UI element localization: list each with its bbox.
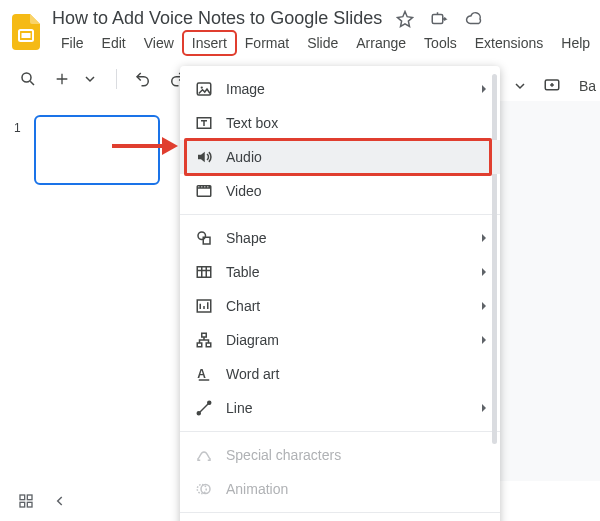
search-icon[interactable] <box>16 67 40 91</box>
svg-rect-11 <box>197 267 211 278</box>
grid-view-icon[interactable] <box>16 491 36 511</box>
menu-item-label: Animation <box>226 481 488 497</box>
new-slide-caret-icon[interactable] <box>78 67 102 91</box>
svg-point-3 <box>22 73 31 82</box>
image-icon <box>194 79 214 99</box>
svg-rect-14 <box>197 343 202 347</box>
menu-item-label: Text box <box>226 115 488 131</box>
line-icon <box>194 398 214 418</box>
menu-item-label: Image <box>226 81 468 97</box>
submenu-arrow-icon <box>480 335 488 345</box>
wordart-icon: A <box>194 364 214 384</box>
svg-rect-25 <box>27 502 32 507</box>
menu-item-video[interactable]: Video <box>180 174 500 208</box>
submenu-arrow-icon <box>480 84 488 94</box>
menu-item-table[interactable]: Table <box>180 255 500 289</box>
move-icon[interactable] <box>430 10 448 28</box>
svg-point-18 <box>208 401 211 404</box>
menu-item-label: Audio <box>226 149 488 165</box>
menu-tools[interactable]: Tools <box>415 31 466 55</box>
menu-separator <box>180 431 500 432</box>
shape-icon <box>194 228 214 248</box>
menu-item-image[interactable]: Image <box>180 72 500 106</box>
svg-rect-24 <box>20 502 25 507</box>
svg-rect-2 <box>432 14 443 23</box>
undo-button[interactable] <box>131 67 155 91</box>
svg-point-17 <box>197 412 200 415</box>
menu-edit[interactable]: Edit <box>93 31 135 55</box>
menu-item-label: Diagram <box>226 332 468 348</box>
audio-icon <box>194 147 214 167</box>
menu-slide[interactable]: Slide <box>298 31 347 55</box>
menu-item-label: Chart <box>226 298 468 314</box>
menu-arrange[interactable]: Arrange <box>347 31 415 55</box>
document-title[interactable]: How to Add Voice Notes to Google Slides <box>52 8 382 29</box>
submenu-arrow-icon <box>480 267 488 277</box>
menubar: File Edit View Insert Format Slide Arran… <box>52 31 599 55</box>
menu-item-diagram[interactable]: Diagram <box>180 323 500 357</box>
svg-point-6 <box>201 86 203 88</box>
new-slide-button[interactable] <box>50 67 74 91</box>
menu-item-label: Video <box>226 183 488 199</box>
slides-logo[interactable] <box>12 12 40 52</box>
slide-panel: 1 <box>0 101 200 512</box>
slide-number: 1 <box>14 115 24 135</box>
menu-insert[interactable]: Insert <box>183 31 236 55</box>
menu-view[interactable]: View <box>135 31 183 55</box>
svg-rect-1 <box>22 33 31 38</box>
chevron-left-icon[interactable] <box>50 491 70 511</box>
omega-icon <box>194 445 214 465</box>
menu-item-shape[interactable]: Shape <box>180 221 500 255</box>
menu-item-line[interactable]: Line <box>180 391 500 425</box>
menu-item-textbox[interactable]: Text box <box>180 106 500 140</box>
submenu-arrow-icon <box>480 403 488 413</box>
video-icon <box>194 181 214 201</box>
menu-item-label: Line <box>226 400 468 416</box>
cloud-status-icon[interactable] <box>464 10 484 28</box>
comment-icon[interactable] <box>543 77 561 95</box>
menu-extensions[interactable]: Extensions <box>466 31 552 55</box>
svg-text:A: A <box>197 367 206 381</box>
insert-menu: Image Text box Audio Video Shape T <box>180 66 500 521</box>
menu-item-chart[interactable]: Chart <box>180 289 500 323</box>
menu-format[interactable]: Format <box>236 31 298 55</box>
diagram-icon <box>194 330 214 350</box>
svg-point-9 <box>198 232 206 240</box>
star-icon[interactable] <box>396 10 414 28</box>
menu-item-special-characters: Special characters <box>180 438 500 472</box>
svg-rect-23 <box>27 495 32 500</box>
textbox-icon <box>194 113 214 133</box>
menu-item-audio[interactable]: Audio <box>180 140 500 174</box>
menu-item-label: Word art <box>226 366 488 382</box>
table-icon <box>194 262 214 282</box>
menu-item-animation: Animation <box>180 472 500 506</box>
submenu-arrow-icon <box>480 233 488 243</box>
menu-help[interactable]: Help <box>552 31 599 55</box>
chart-icon <box>194 296 214 316</box>
menu-file[interactable]: File <box>52 31 93 55</box>
background-button-partial[interactable]: Ba <box>579 78 596 94</box>
menu-item-label: Shape <box>226 230 468 246</box>
menu-item-label: Special characters <box>226 447 488 463</box>
svg-rect-15 <box>206 343 211 347</box>
menu-item-label: Table <box>226 264 468 280</box>
slide-thumbnail-1[interactable] <box>34 115 160 185</box>
menu-separator <box>180 214 500 215</box>
svg-rect-13 <box>202 333 207 337</box>
submenu-arrow-icon <box>480 301 488 311</box>
toolbar-caret-icon[interactable] <box>515 81 525 91</box>
menu-item-wordart[interactable]: A Word art <box>180 357 500 391</box>
menu-separator <box>180 512 500 513</box>
animation-icon <box>194 479 214 499</box>
svg-rect-22 <box>20 495 25 500</box>
